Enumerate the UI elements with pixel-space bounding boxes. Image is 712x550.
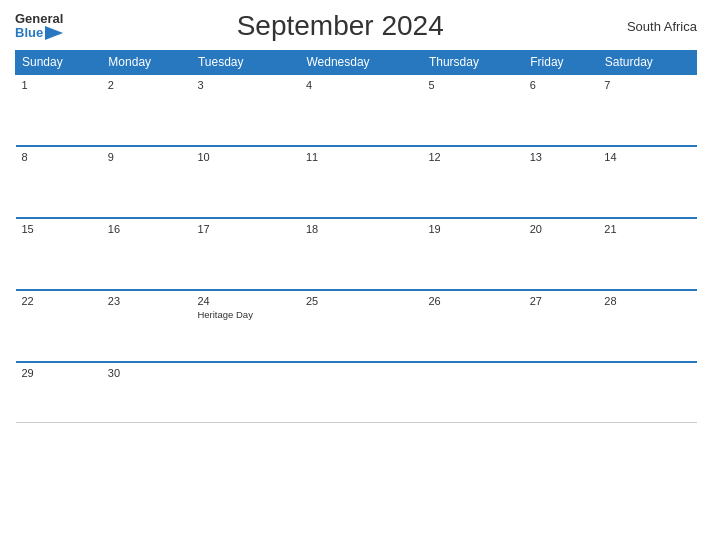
col-tuesday: Tuesday [191,51,299,75]
day-number: 21 [604,223,690,235]
day-number: 27 [530,295,593,307]
svg-marker-0 [45,26,63,40]
logo-flag-icon [45,26,63,40]
holiday-label: Heritage Day [197,309,293,320]
calendar-day-cell [598,362,696,422]
col-monday: Monday [102,51,192,75]
day-number: 20 [530,223,593,235]
calendar-page: General Blue September 2024 South Africa… [0,0,712,550]
day-number: 24 [197,295,293,307]
calendar-day-cell: 3 [191,74,299,146]
calendar-day-cell: 28 [598,290,696,362]
calendar-day-cell: 6 [524,74,599,146]
calendar-week-row: 1234567 [16,74,697,146]
calendar-week-row: 15161718192021 [16,218,697,290]
calendar-day-cell [422,362,523,422]
calendar-day-cell: 20 [524,218,599,290]
logo-blue-text: Blue [15,26,43,40]
calendar-day-cell: 15 [16,218,102,290]
calendar-day-cell: 14 [598,146,696,218]
day-number: 6 [530,79,593,91]
calendar-day-cell [191,362,299,422]
calendar-day-cell: 21 [598,218,696,290]
day-number: 26 [428,295,517,307]
calendar-day-cell: 30 [102,362,192,422]
day-number: 1 [22,79,96,91]
day-number: 30 [108,367,186,379]
day-number: 5 [428,79,517,91]
calendar-day-cell: 27 [524,290,599,362]
calendar-title: September 2024 [63,10,617,42]
col-wednesday: Wednesday [300,51,422,75]
day-number: 9 [108,151,186,163]
day-number: 25 [306,295,416,307]
calendar-day-cell: 5 [422,74,523,146]
day-number: 10 [197,151,293,163]
calendar-day-cell: 17 [191,218,299,290]
day-number: 4 [306,79,416,91]
calendar-table: Sunday Monday Tuesday Wednesday Thursday… [15,50,697,423]
logo-general-text: General [15,12,63,26]
day-number: 3 [197,79,293,91]
calendar-day-cell: 2 [102,74,192,146]
col-friday: Friday [524,51,599,75]
col-saturday: Saturday [598,51,696,75]
calendar-week-row: 891011121314 [16,146,697,218]
col-sunday: Sunday [16,51,102,75]
calendar-header-row: Sunday Monday Tuesday Wednesday Thursday… [16,51,697,75]
day-number: 29 [22,367,96,379]
calendar-day-cell: 12 [422,146,523,218]
calendar-day-cell: 13 [524,146,599,218]
calendar-week-row: 222324Heritage Day25262728 [16,290,697,362]
day-number: 12 [428,151,517,163]
day-number: 11 [306,151,416,163]
calendar-day-cell: 4 [300,74,422,146]
calendar-day-cell: 1 [16,74,102,146]
day-number: 28 [604,295,690,307]
calendar-day-cell: 9 [102,146,192,218]
day-number: 18 [306,223,416,235]
day-number: 7 [604,79,690,91]
day-number: 13 [530,151,593,163]
day-number: 15 [22,223,96,235]
calendar-week-row: 2930 [16,362,697,422]
day-number: 17 [197,223,293,235]
calendar-day-cell: 8 [16,146,102,218]
calendar-day-cell: 10 [191,146,299,218]
day-number: 22 [22,295,96,307]
calendar-day-cell: 25 [300,290,422,362]
day-number: 14 [604,151,690,163]
day-number: 2 [108,79,186,91]
day-number: 16 [108,223,186,235]
col-thursday: Thursday [422,51,523,75]
calendar-day-cell: 18 [300,218,422,290]
calendar-day-cell: 24Heritage Day [191,290,299,362]
country-label: South Africa [617,19,697,34]
calendar-day-cell: 22 [16,290,102,362]
calendar-day-cell: 26 [422,290,523,362]
logo: General Blue [15,12,63,41]
calendar-day-cell [524,362,599,422]
calendar-day-cell: 29 [16,362,102,422]
calendar-day-cell: 19 [422,218,523,290]
calendar-header: General Blue September 2024 South Africa [15,10,697,42]
calendar-day-cell: 7 [598,74,696,146]
day-number: 8 [22,151,96,163]
calendar-day-cell: 23 [102,290,192,362]
calendar-day-cell: 16 [102,218,192,290]
day-number: 19 [428,223,517,235]
day-number: 23 [108,295,186,307]
calendar-day-cell: 11 [300,146,422,218]
calendar-day-cell [300,362,422,422]
